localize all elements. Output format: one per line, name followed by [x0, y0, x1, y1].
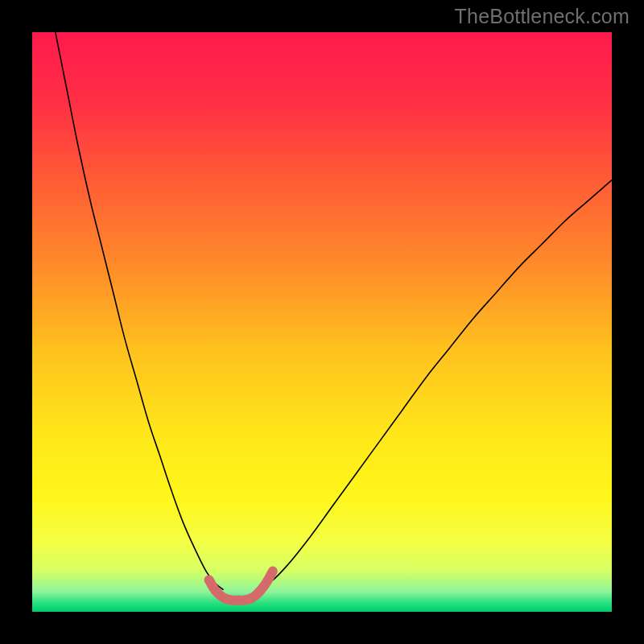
chart-background — [32, 32, 612, 612]
chart-plot-area — [32, 32, 612, 612]
watermark-text: TheBottleneck.com — [455, 5, 630, 28]
chart-svg — [32, 32, 612, 612]
